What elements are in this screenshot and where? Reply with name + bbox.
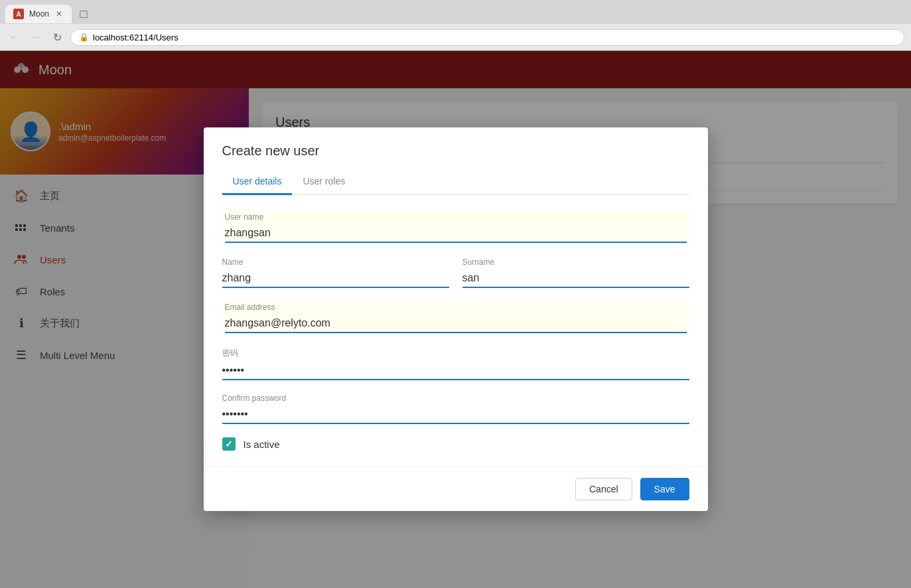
url-text: localhost:62114/Users <box>93 33 178 42</box>
name-label: Name <box>222 257 449 267</box>
username-input[interactable] <box>225 224 687 243</box>
modal-footer: Cancel Save <box>204 467 708 511</box>
modal-title: Create new user <box>222 143 689 159</box>
url-bar[interactable]: 🔒 localhost:62114/Users <box>70 29 904 46</box>
forward-button[interactable]: → <box>28 29 44 45</box>
lock-icon: 🔒 <box>79 33 89 42</box>
back-button[interactable]: ← <box>7 29 23 45</box>
modal-tabs: User details User roles <box>222 169 689 195</box>
tab-user-details[interactable]: User details <box>222 169 293 195</box>
checkmark-icon: ✓ <box>225 439 233 449</box>
password-label: 密码 <box>222 348 689 359</box>
is-active-row: ✓ Is active <box>222 437 689 451</box>
modal-body: User name Name Surname Email address <box>204 195 708 467</box>
browser-chrome: A Moon ✕ □ ← → ↻ 🔒 localhost:62114/Users <box>0 0 911 51</box>
tab-user-roles[interactable]: User roles <box>292 169 356 195</box>
save-button[interactable]: Save <box>640 478 689 500</box>
confirm-password-label: Confirm password <box>222 394 689 403</box>
name-field-group: Name <box>222 257 449 288</box>
name-surname-row: Name Surname <box>222 257 689 301</box>
tab-close-button[interactable]: ✕ <box>54 9 64 19</box>
tab-bar: A Moon ✕ □ <box>0 0 911 24</box>
confirm-password-field-group: Confirm password <box>222 394 689 424</box>
new-tab-button[interactable]: □ <box>74 5 93 23</box>
address-bar: ← → ↻ 🔒 localhost:62114/Users <box>0 24 911 50</box>
name-input[interactable] <box>222 269 449 288</box>
cancel-button[interactable]: Cancel <box>575 478 632 500</box>
username-field-group: User name <box>222 211 689 244</box>
surname-input[interactable] <box>462 269 689 288</box>
password-input[interactable] <box>222 362 689 380</box>
tab-favicon: A <box>13 9 24 19</box>
surname-field-group: Surname <box>462 257 689 288</box>
email-input[interactable] <box>225 315 687 333</box>
modal-overlay: Create new user User details User roles … <box>0 50 911 588</box>
confirm-password-input[interactable] <box>222 405 689 424</box>
tab-title: Moon <box>29 9 49 19</box>
browser-tab[interactable]: A Moon ✕ <box>5 5 72 23</box>
modal-header: Create new user User details User roles <box>204 127 708 195</box>
email-label: Email address <box>225 303 687 312</box>
create-user-modal: Create new user User details User roles … <box>204 127 708 511</box>
email-field-group: Email address <box>222 301 689 334</box>
username-label: User name <box>225 212 687 222</box>
reload-button[interactable]: ↻ <box>49 29 65 45</box>
password-field-group: 密码 <box>222 348 689 380</box>
surname-label: Surname <box>462 257 689 267</box>
is-active-checkbox[interactable]: ✓ <box>222 437 236 451</box>
is-active-label: Is active <box>244 439 280 450</box>
